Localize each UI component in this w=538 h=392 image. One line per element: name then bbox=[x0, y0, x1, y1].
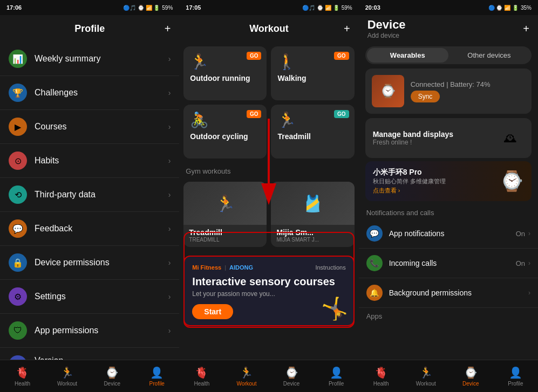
device-add-button[interactable]: + bbox=[523, 23, 529, 35]
add-device-label: Add device bbox=[367, 32, 399, 39]
workout-card-outdoor-cycling[interactable]: 🚴 GO Outdoor cycling bbox=[183, 105, 267, 159]
profile-label-2: Profile bbox=[329, 381, 344, 387]
notif-item-bg-perms[interactable]: 🔔 Background permissions › bbox=[359, 278, 538, 308]
bottom-nav-1: 🫀 Health 🏃 Workout ⌚ Device 👤 Profile bbox=[0, 360, 179, 392]
workout-grid: 🏃 GO Outdoor running 🚶 GO Walking 🚴 GO O… bbox=[179, 42, 358, 163]
bg-permissions-chevron: › bbox=[528, 289, 530, 297]
nav-device-3[interactable]: ⌚ Device bbox=[454, 366, 487, 387]
promo-start-button[interactable]: Start bbox=[192, 304, 233, 319]
panel-profile: 17:06 🔵🎵 ⌚ 📶 🔋 59% Profile + 📊 Weekly su… bbox=[0, 0, 179, 392]
apps-header: Apps bbox=[359, 308, 538, 322]
nav-profile-2[interactable]: 👤 Profile bbox=[320, 366, 352, 387]
challenges-icon: 🏆 bbox=[9, 84, 27, 102]
feedback-icon: 💬 bbox=[9, 219, 27, 238]
promo-band-link[interactable]: 点击查看 › bbox=[373, 187, 446, 195]
sync-button[interactable]: Sync bbox=[411, 91, 440, 102]
treadmill-gym-img: 🏃 bbox=[183, 182, 267, 225]
mi-fitness-logo: Mi Fitness bbox=[192, 264, 221, 271]
band-display-card[interactable]: Manage band displays Fresh online ! 🕰 bbox=[365, 118, 532, 158]
profile-icon-3: 👤 bbox=[509, 366, 522, 379]
device-icon-1: ⌚ bbox=[105, 366, 119, 379]
treadmill-gym-sub: TREADMILL bbox=[189, 237, 261, 243]
menu-item-feedback[interactable]: 💬 Feedback › bbox=[0, 212, 179, 246]
device-label-2: Device bbox=[283, 381, 300, 387]
panel-workout: 17:05 🔵🎵 ⌚ 📶 🔋 59% Workout + 🏃 GO Outdoo… bbox=[179, 0, 358, 392]
device-watch-img: ⌚ bbox=[372, 75, 404, 107]
weekly-summary-icon: 📊 bbox=[9, 50, 27, 68]
menu-item-courses[interactable]: ▶ Courses › bbox=[0, 110, 179, 144]
nav-profile-1[interactable]: 👤 Profile bbox=[141, 366, 173, 387]
challenges-label: Challenges bbox=[35, 88, 168, 98]
menu-item-app-permissions[interactable]: 🛡 App permissions › bbox=[0, 314, 179, 348]
health-icon-3: 🫀 bbox=[374, 366, 388, 379]
outdoor-cycling-badge: GO bbox=[247, 110, 262, 118]
gym-card-treadmill[interactable]: 🏃 Treadmill TREADMILL bbox=[183, 182, 267, 247]
menu-item-habits[interactable]: ⊙ Habits › bbox=[0, 144, 179, 178]
promo-band-card[interactable]: 小米手环8 Pro 秋日贴心简伴 多维健康管理 点击查看 › ⌚ bbox=[365, 161, 532, 201]
workout-card-outdoor-running[interactable]: 🏃 GO Outdoor running bbox=[183, 46, 267, 100]
device-icon-2: ⌚ bbox=[285, 366, 298, 379]
courses-icon: ▶ bbox=[9, 118, 27, 136]
mijia-gym-info: Mijia Sm... MIJIA SMART J... bbox=[271, 225, 354, 247]
profile-menu-list: 📊 Weekly summary › 🏆 Challenges › ▶ Cour… bbox=[0, 42, 179, 360]
habits-chevron: › bbox=[168, 156, 171, 165]
app-notifications-value: On bbox=[516, 230, 525, 238]
notifications-header: Notifications and calls bbox=[359, 204, 538, 219]
nav-workout-3[interactable]: 🏃 Workout bbox=[410, 366, 442, 387]
status-icons-1: 🔵🎵 ⌚ 📶 🔋 59% bbox=[123, 5, 173, 11]
courses-chevron: › bbox=[168, 122, 171, 131]
promo-band-sub: 秋日贴心简伴 多维健康管理 bbox=[373, 177, 446, 185]
workout-add-button[interactable]: + bbox=[344, 23, 350, 35]
menu-item-device-permissions[interactable]: 🔒 Device permissions › bbox=[0, 246, 179, 280]
version-label: Version 3.22.2 bbox=[35, 356, 171, 360]
tab-wearables[interactable]: Wearables bbox=[367, 48, 448, 63]
habits-icon: ⊙ bbox=[9, 152, 27, 170]
time-2: 17:05 bbox=[186, 4, 201, 11]
feedback-chevron: › bbox=[168, 224, 171, 233]
tab-other-devices[interactable]: Other devices bbox=[448, 48, 530, 63]
status-icons-2: 🔵🎵 ⌚ 📶 🔋 59% bbox=[302, 5, 352, 11]
mijia-gym-sub: MIJIA SMART J... bbox=[276, 237, 349, 243]
notif-item-calls[interactable]: 📞 Incoming calls On › bbox=[359, 249, 538, 278]
nav-device-2[interactable]: ⌚ Device bbox=[275, 366, 308, 387]
workout-card-walking[interactable]: 🚶 GO Walking bbox=[271, 46, 354, 100]
menu-item-settings[interactable]: ⚙ Settings › bbox=[0, 280, 179, 314]
profile-add-button[interactable]: + bbox=[165, 23, 171, 35]
device-content: Wearables Other devices ⌚ Connected | Ba… bbox=[359, 42, 538, 360]
courses-label: Courses bbox=[35, 122, 168, 132]
menu-item-weekly-summary[interactable]: 📊 Weekly summary › bbox=[0, 42, 179, 76]
workout-card-treadmill[interactable]: 🏃 GO Treadmill bbox=[271, 105, 354, 159]
profile-label-1: Profile bbox=[149, 381, 165, 387]
bottom-nav-2: 🫀 Health 🏃 Workout ⌚ Device 👤 Profile bbox=[179, 360, 358, 392]
version-icon: ⓘ bbox=[9, 355, 27, 360]
nav-workout-2[interactable]: 🏃 Workout bbox=[230, 366, 263, 387]
device-connection-status: Connected | Battery: 74% bbox=[411, 80, 525, 88]
nav-workout-1[interactable]: 🏃 Workout bbox=[51, 366, 84, 387]
status-bar-2: 17:05 🔵🎵 ⌚ 📶 🔋 59% bbox=[179, 0, 358, 15]
weekly-summary-label: Weekly summary bbox=[35, 54, 168, 64]
gym-section-label: Gym workouts bbox=[179, 163, 358, 177]
treadmill-label: Treadmill bbox=[277, 132, 348, 141]
workout-icon-3: 🏃 bbox=[419, 366, 433, 379]
device-info: Connected | Battery: 74% Sync bbox=[411, 80, 525, 102]
weekly-summary-chevron: › bbox=[168, 54, 171, 63]
nav-profile-3[interactable]: 👤 Profile bbox=[499, 366, 532, 387]
promo-band-info: 小米手环8 Pro 秋日贴心简伴 多维健康管理 点击查看 › bbox=[373, 168, 446, 195]
nav-device-1[interactable]: ⌚ Device bbox=[96, 366, 128, 387]
band-display-img: 🕰 bbox=[497, 125, 524, 152]
nav-health-3[interactable]: 🫀 Health bbox=[365, 366, 397, 387]
treadmill-badge: GO bbox=[334, 110, 349, 118]
notif-item-app[interactable]: 💬 App notifications On › bbox=[359, 219, 538, 249]
menu-item-third-party[interactable]: ⟲ Third-party data › bbox=[0, 178, 179, 212]
workout-icon-1: 🏃 bbox=[60, 366, 74, 379]
profile-label-3: Profile bbox=[508, 381, 523, 387]
walking-label: Walking bbox=[277, 74, 348, 82]
workout-icon-2: 🏃 bbox=[240, 366, 253, 379]
nav-health-1[interactable]: 🫀 Health bbox=[6, 366, 39, 387]
menu-item-version: ⓘ Version 3.22.2 bbox=[0, 348, 179, 360]
menu-item-challenges[interactable]: 🏆 Challenges › bbox=[0, 76, 179, 110]
promo-band-img: ⌚ bbox=[500, 170, 524, 192]
nav-health-2[interactable]: 🫀 Health bbox=[186, 366, 218, 387]
gym-card-mijia[interactable]: 🎽 Mijia Sm... MIJIA SMART J... bbox=[271, 182, 354, 247]
status-icons-3: 🔵 ⌚ 📶 🔋 35% bbox=[488, 5, 532, 11]
